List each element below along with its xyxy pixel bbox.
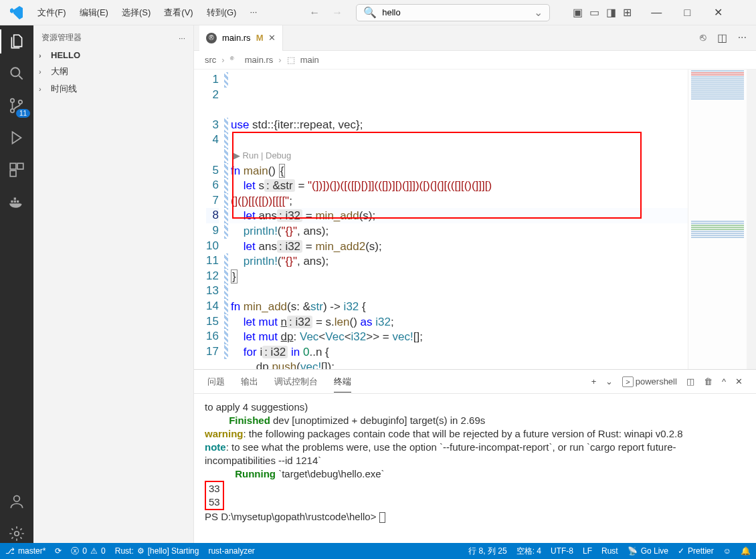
menu-file[interactable]: 文件(F) (32, 4, 72, 21)
menu-select[interactable]: 选择(S) (116, 4, 156, 21)
status-sync[interactable]: ⟳ (55, 546, 62, 556)
rust-file-icon: ® (230, 55, 240, 65)
account-icon (8, 493, 25, 510)
status-golive[interactable]: 📡Go Live (628, 546, 668, 557)
panel-close-icon[interactable]: ✕ (735, 376, 743, 386)
activity-docker[interactable] (7, 193, 26, 211)
breadcrumb[interactable]: src › ® main.rs › ⬚ main (194, 51, 756, 70)
svg-rect-5 (17, 163, 23, 169)
svg-point-8 (15, 532, 19, 536)
split-terminal-icon[interactable]: ◫ (686, 376, 694, 386)
panel-tab-problems[interactable]: 问题 (207, 376, 225, 388)
activity-search[interactable] (7, 64, 26, 83)
layout-left-icon[interactable]: ▣ (573, 6, 583, 19)
split-editor-icon[interactable]: ◫ (717, 31, 727, 44)
nav-fwd-icon[interactable]: → (332, 7, 343, 19)
panel-tab-output[interactable]: 输出 (241, 376, 258, 388)
extensions-icon (8, 161, 25, 179)
status-branch[interactable]: ⎇master* (5, 546, 45, 556)
svg-point-3 (19, 100, 22, 104)
menu-edit[interactable]: 编辑(E) (74, 4, 114, 21)
menu-view[interactable]: 查看(V) (159, 4, 198, 21)
broadcast-icon: 📡 (628, 546, 638, 556)
status-problems[interactable]: ⓧ0 ⚠0 (71, 546, 105, 557)
status-prettier[interactable]: ✓Prettier (678, 546, 714, 557)
sync-icon: ⟳ (55, 546, 62, 556)
editor-area: ® main.rs M ✕ ⎋ ◫ ··· src › ® main.rs › … (194, 25, 756, 543)
error-icon: ⓧ (71, 546, 79, 557)
explorer-header: 资源管理器 ··· (33, 25, 193, 47)
compare-icon[interactable]: ⎋ (700, 31, 706, 44)
status-cursor-pos[interactable]: 行 8, 列 25 (468, 546, 506, 557)
chevron-right-icon: › (39, 51, 48, 60)
menu-goto[interactable]: 转到(G) (201, 4, 242, 21)
layout-right-icon[interactable]: ◨ (606, 6, 616, 19)
search-input[interactable] (382, 7, 529, 17)
explorer-more-icon[interactable]: ··· (179, 33, 185, 43)
search-icon: 🔍 (363, 6, 377, 19)
panel-maximize-icon[interactable]: ^ (722, 376, 726, 386)
layout-grid-icon[interactable]: ⊞ (623, 6, 632, 19)
breadcrumb-symbol[interactable]: main (300, 55, 319, 65)
editor-more-icon[interactable]: ··· (738, 31, 747, 44)
code-editor[interactable]: 1234567891011121314151617 use std::{iter… (194, 70, 756, 369)
svg-point-1 (11, 99, 14, 102)
terminal-output[interactable]: to apply 4 suggestions) Finished dev [un… (194, 394, 756, 543)
status-rust-analyzer[interactable]: rust-analyzer (208, 546, 254, 556)
sidebar-section-timeline[interactable]: › 时间线 (33, 80, 193, 98)
sidebar-section-label: 大纲 (51, 66, 68, 78)
panel-tab-debug[interactable]: 调试控制台 (274, 376, 318, 388)
svg-rect-6 (10, 171, 16, 177)
terminal-cursor (379, 512, 385, 523)
docker-icon (8, 193, 25, 211)
activity-explorer[interactable] (7, 32, 26, 51)
titlebar: 文件(F) 编辑(E) 选择(S) 查看(V) 转到(G) ··· ← → 🔍 … (0, 0, 756, 25)
status-bell[interactable]: 🔔 (741, 546, 751, 557)
line-numbers: 1234567891011121314151617 (194, 70, 224, 369)
main-area: 11 资源管理器 ··· › HELLO › 大纲 (0, 25, 756, 543)
breadcrumb-src[interactable]: src (205, 55, 216, 65)
chevron-down-icon[interactable]: ⌄ (534, 6, 543, 19)
activity-run[interactable] (7, 128, 26, 147)
status-rust[interactable]: Rust:⚙[hello] Starting (115, 546, 199, 556)
status-language[interactable]: Rust (601, 546, 618, 557)
sidebar-section-label: HELLO (51, 50, 80, 60)
minimize-button[interactable]: — (641, 0, 672, 25)
status-encoding[interactable]: UTF-8 (551, 546, 573, 557)
panel-tab-terminal[interactable]: 终端 (334, 376, 351, 393)
status-eol[interactable]: LF (583, 546, 592, 557)
layout-bottom-icon[interactable]: ▭ (589, 6, 599, 19)
play-bug-icon (8, 129, 25, 146)
panel-tabs: 问题 输出 调试控制台 终端 + ⌄ >powershell ◫ 🗑 ^ ✕ (194, 370, 756, 394)
shell-name[interactable]: powershell (636, 376, 677, 386)
kill-terminal-icon[interactable]: 🗑 (704, 376, 713, 386)
nav-back-icon[interactable]: ← (309, 7, 320, 19)
code-content[interactable]: use std::{iter::repeat, vec}; ▶ Run | De… (228, 70, 688, 369)
warning-icon: ⚠ (90, 546, 98, 556)
sidebar-section-outline[interactable]: › 大纲 (33, 63, 193, 80)
new-terminal-button[interactable]: + (591, 376, 597, 386)
svg-point-2 (11, 109, 14, 112)
activity-scm[interactable]: 11 (7, 96, 26, 115)
activity-account[interactable] (7, 492, 26, 511)
maximize-button[interactable]: □ (672, 0, 702, 25)
activity-extensions[interactable] (7, 160, 26, 179)
activity-settings[interactable] (7, 524, 26, 543)
sidebar-section-hello[interactable]: › HELLO (33, 47, 193, 63)
svg-point-0 (11, 68, 19, 76)
status-feedback[interactable]: ☺ (723, 546, 731, 557)
terminal-split-dropdown[interactable]: ⌄ (605, 376, 613, 386)
minimap[interactable] (688, 70, 747, 369)
highlight-box (232, 132, 642, 219)
chevron-right-icon: › (39, 68, 48, 76)
svg-point-7 (14, 495, 20, 501)
breadcrumb-file[interactable]: main.rs (245, 55, 274, 65)
tab-close-icon[interactable]: ✕ (268, 33, 276, 43)
vertical-scrollbar[interactable] (747, 70, 756, 369)
status-indent[interactable]: 空格: 4 (516, 546, 541, 557)
close-button[interactable]: ✕ (702, 0, 733, 25)
command-center[interactable]: 🔍 ⌄ (356, 4, 550, 21)
menu-more[interactable]: ··· (244, 4, 262, 21)
tab-main-rs[interactable]: ® main.rs M ✕ (199, 25, 283, 51)
chevron-right-icon: › (221, 55, 224, 65)
